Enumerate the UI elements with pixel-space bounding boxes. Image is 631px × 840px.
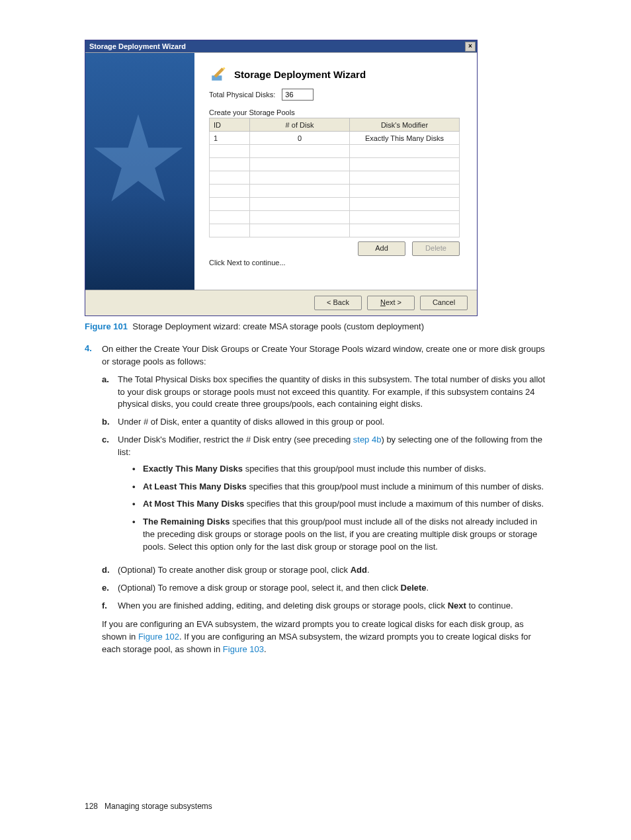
table-row[interactable]: 1 0 Exactly This Many Disks	[210, 132, 460, 145]
figure-103-link[interactable]: Figure 103	[223, 644, 264, 654]
bullet-atleast-label: At Least This Many Disks	[143, 482, 247, 491]
substep-e-num: e.	[102, 582, 118, 595]
back-button[interactable]: < Back	[314, 296, 362, 310]
dialog-titlebar: Storage Deployment Wizard ×	[85, 40, 477, 52]
step-number: 4.	[85, 343, 102, 656]
substep-c-num: c.	[102, 434, 118, 559]
substep-a-num: a.	[102, 374, 118, 411]
table-row[interactable]	[210, 211, 460, 224]
table-row[interactable]	[210, 171, 460, 185]
storage-pools-table[interactable]: ID # of Disk Disk's Modifier 1 0 Exactly…	[209, 118, 460, 237]
substep-d-num: d.	[102, 564, 118, 577]
table-row[interactable]	[210, 145, 460, 158]
step4b-link[interactable]: step 4b	[353, 435, 382, 444]
add-bold: Add	[351, 565, 367, 575]
col-id: ID	[210, 118, 250, 132]
bullet-atmost-desc: specifies that this group/pool must incl…	[244, 499, 544, 509]
delete-button[interactable]: Delete	[412, 241, 460, 256]
wizard-side-art	[85, 53, 194, 290]
footer-section: Managing storage subsystems	[105, 802, 212, 811]
bullet-exactly-label: Exactly This Many Disks	[143, 464, 243, 474]
substep-c-pre: Under Disk's Modifier, restrict the # Di…	[118, 435, 353, 444]
dialog-title: Storage Deployment Wizard	[89, 42, 186, 50]
close-icon[interactable]: ×	[465, 42, 476, 52]
table-row[interactable]	[210, 185, 460, 198]
tail-paragraph: If you are configuring an EVA subsystem,…	[102, 618, 546, 656]
figure-102-link[interactable]: Figure 102	[138, 632, 179, 642]
total-disks-label: Total Physical Disks:	[209, 91, 275, 99]
cancel-button[interactable]: Cancel	[420, 296, 468, 310]
bullet-exactly-desc: specifies that this group/pool must incl…	[243, 464, 486, 474]
star-graphic	[92, 112, 185, 205]
next-button[interactable]: Next >	[367, 296, 415, 310]
svg-marker-0	[94, 114, 183, 202]
col-disks-modifier: Disk's Modifier	[350, 118, 460, 132]
create-pools-subhead: Create your Storage Pools	[209, 108, 460, 116]
bullet-atleast-desc: specifies that this group/pool must incl…	[247, 482, 544, 491]
add-button[interactable]: Add	[358, 241, 405, 256]
svg-point-2	[223, 67, 225, 69]
figure-label: Figure 101	[85, 321, 128, 331]
table-row[interactable]	[210, 158, 460, 171]
bullet-atmost-label: At Most This Many Disks	[143, 499, 244, 509]
substep-a-text: The Total Physical Disks box specifies t…	[118, 374, 546, 411]
substep-b-text: Under # of Disk, enter a quantity of dis…	[118, 416, 546, 429]
substep-f-num: f.	[102, 600, 118, 612]
table-row[interactable]	[210, 198, 460, 211]
step4-intro: On either the Create Your Disk Groups or…	[102, 344, 545, 366]
wizard-heading: Storage Deployment Wizard	[234, 69, 366, 80]
table-row[interactable]	[210, 224, 460, 237]
wizard-icon	[209, 65, 228, 83]
storage-deployment-wizard-dialog: Storage Deployment Wizard × Storage Depl…	[85, 40, 478, 316]
figure-text: Storage Deployment wizard: create MSA st…	[132, 321, 424, 331]
col-num-disk: # of Disk	[250, 118, 350, 132]
substep-b-num: b.	[102, 416, 118, 429]
bullet-remaining-label: The Remaining Disks	[143, 517, 230, 526]
figure-caption: Figure 101 Storage Deployment wizard: cr…	[85, 321, 546, 331]
next-bold: Next	[448, 601, 466, 610]
page-number: 128	[85, 802, 98, 811]
page-footer: 128 Managing storage subsystems	[85, 802, 546, 811]
total-disks-input[interactable]	[282, 89, 314, 101]
next-hint: Click Next to continue...	[209, 259, 460, 267]
delete-bold: Delete	[401, 583, 427, 593]
